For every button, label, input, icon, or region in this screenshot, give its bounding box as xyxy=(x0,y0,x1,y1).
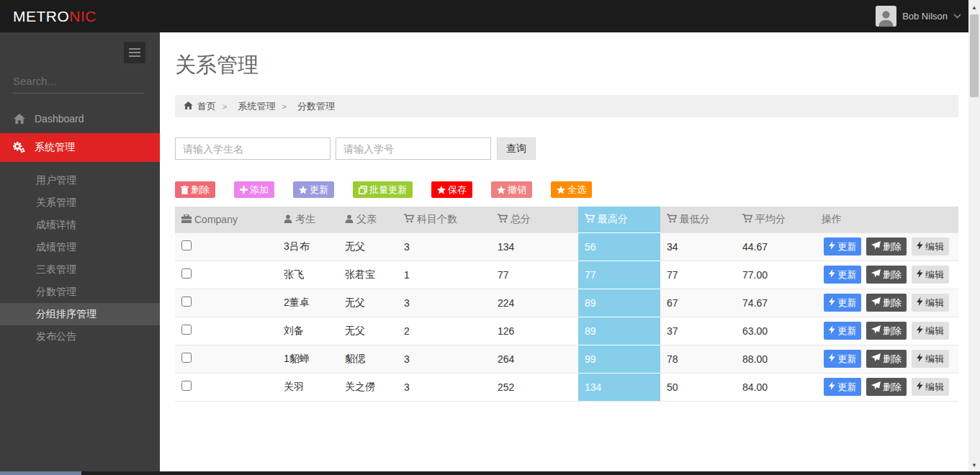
main-content: 关系管理 首页 > 系统管理 > 分数管理 查询 删除 添加 更新 批量更新 保… xyxy=(160,32,968,475)
scores-table: Company 考生 父亲 科目个数 总分 最高分 最低分 平均分 操作 3吕布… xyxy=(175,207,958,402)
scroll-down-arrow[interactable]: ▼ xyxy=(968,459,980,471)
toolbar-button[interactable]: 更新 xyxy=(293,181,334,198)
table-column-header[interactable]: 平均分 xyxy=(736,207,812,232)
sidebar-submenu-item[interactable]: 发布公告 xyxy=(0,325,160,348)
breadcrumb-item[interactable]: 首页 xyxy=(184,100,216,113)
table-column-header[interactable]: 总分 xyxy=(491,207,578,232)
toolbar-button[interactable]: 保存 xyxy=(431,181,472,198)
horizontal-scrollbar-thumb[interactable] xyxy=(0,471,81,475)
chevron-down-icon xyxy=(953,14,961,19)
breadcrumb-item[interactable]: 系统管理 xyxy=(233,100,275,113)
vertical-scrollbar[interactable]: ▲ ▼ xyxy=(968,0,980,475)
sidebar-submenu-item[interactable]: 成绩管理 xyxy=(0,236,160,258)
table-column-header[interactable]: 父亲 xyxy=(338,207,397,232)
action-toolbar: 删除 添加 更新 批量更新 保存 撤销 全选 xyxy=(175,181,958,198)
row-update-button[interactable]: 更新 xyxy=(824,238,861,255)
student-name-input[interactable] xyxy=(175,137,331,160)
row-delete-button[interactable]: 删除 xyxy=(866,266,907,284)
gears-icon xyxy=(13,142,25,153)
user-menu[interactable]: Bob Nilson xyxy=(876,0,961,32)
sidebar-item-label: Dashboard xyxy=(35,113,84,125)
table-row: 关羽 关之僗 3 252 134 50 84.00 更新 删除 编辑 xyxy=(175,373,958,401)
row-update-button[interactable]: 更新 xyxy=(824,350,861,368)
toolbar-button[interactable]: 添加 xyxy=(234,181,274,198)
table-row: 2董卓 无父 3 224 89 67 74.67 更新 删除 编辑 xyxy=(175,289,958,317)
student-no-input[interactable] xyxy=(336,137,491,160)
user-avatar xyxy=(876,6,896,27)
sidebar-submenu-item[interactable]: 成绩详情 xyxy=(0,214,160,236)
brand-logo[interactable]: METRONIC xyxy=(13,8,96,25)
sidebar-toggle-button[interactable] xyxy=(124,42,145,63)
row-edit-button[interactable]: 编辑 xyxy=(912,322,949,340)
brand-part1: METRO xyxy=(13,8,69,24)
table-column-header[interactable]: 考生 xyxy=(277,207,338,232)
toolbar-button[interactable]: 删除 xyxy=(175,181,215,198)
table-header-row: Company 考生 父亲 科目个数 总分 最高分 最低分 平均分 操作 xyxy=(175,207,958,232)
filter-bar: 查询 xyxy=(175,137,958,160)
query-button[interactable]: 查询 xyxy=(497,137,536,160)
sidebar-search-input[interactable] xyxy=(13,72,144,94)
table-column-header[interactable]: 最低分 xyxy=(660,207,736,232)
row-update-button[interactable]: 更新 xyxy=(824,266,861,284)
table-row: 张飞 张君宝 1 77 77 77 77.00 更新 删除 编辑 xyxy=(175,261,958,289)
row-checkbox[interactable] xyxy=(181,353,192,363)
row-delete-button[interactable]: 删除 xyxy=(866,294,907,312)
sidebar: Dashboard 系统管理 用户管理 关系管理 成绩详情 成绩管理 三表管理 … xyxy=(0,32,160,475)
home-icon xyxy=(13,114,25,124)
row-edit-button[interactable]: 编辑 xyxy=(912,378,949,396)
sidebar-search xyxy=(13,72,144,94)
row-checkbox[interactable] xyxy=(181,325,192,335)
table-column-header[interactable]: 科目个数 xyxy=(397,207,491,232)
row-checkbox[interactable] xyxy=(181,381,192,391)
brand-part2: NIC xyxy=(69,8,96,24)
top-bar: METRONIC Bob Nilson xyxy=(0,0,980,32)
row-update-button[interactable]: 更新 xyxy=(824,378,861,396)
page-title: 关系管理 xyxy=(175,51,958,80)
sidebar-submenu-item[interactable]: 分数管理 xyxy=(0,281,160,303)
toolbar-button[interactable]: 撤销 xyxy=(491,181,532,198)
user-name: Bob Nilson xyxy=(902,11,948,22)
table-column-header[interactable]: 最高分 xyxy=(578,207,660,232)
table-body: 3吕布 无父 3 134 56 34 44.67 更新 删除 编辑 张飞 张君宝… xyxy=(175,232,958,401)
table-column-header[interactable]: Company xyxy=(175,207,277,232)
vertical-scrollbar-thumb[interactable] xyxy=(970,14,979,97)
horizontal-scrollbar[interactable] xyxy=(0,471,980,475)
sidebar-item-system-management[interactable]: 系统管理 xyxy=(0,133,160,162)
table-column-header[interactable]: 操作 xyxy=(812,207,958,232)
sidebar-submenu-item[interactable]: 三表管理 xyxy=(0,258,160,281)
sidebar-submenu-item[interactable]: 关系管理 xyxy=(0,191,160,214)
row-edit-button[interactable]: 编辑 xyxy=(912,266,949,284)
row-edit-button[interactable]: 编辑 xyxy=(912,294,949,312)
sidebar-item-label: 系统管理 xyxy=(35,141,75,154)
row-update-button[interactable]: 更新 xyxy=(824,294,861,312)
row-update-button[interactable]: 更新 xyxy=(824,322,861,340)
row-checkbox[interactable] xyxy=(181,240,192,250)
row-delete-button[interactable]: 删除 xyxy=(866,238,907,255)
row-checkbox[interactable] xyxy=(181,268,192,279)
row-edit-button[interactable]: 编辑 xyxy=(912,350,949,368)
toolbar-button[interactable]: 批量更新 xyxy=(353,181,413,198)
sidebar-item-dashboard[interactable]: Dashboard xyxy=(0,104,160,133)
row-edit-button[interactable]: 编辑 xyxy=(912,238,949,255)
row-delete-button[interactable]: 删除 xyxy=(866,378,907,396)
breadcrumb-separator: > xyxy=(282,102,286,111)
row-checkbox[interactable] xyxy=(181,297,192,307)
toolbar-button[interactable]: 全选 xyxy=(551,181,592,198)
sidebar-menu: Dashboard 系统管理 用户管理 关系管理 成绩详情 成绩管理 三表管理 … xyxy=(0,104,160,348)
breadcrumb-separator: > xyxy=(222,102,227,111)
table-row: 刘备 无父 2 126 89 37 63.00 更新 删除 编辑 xyxy=(175,317,958,345)
row-delete-button[interactable]: 删除 xyxy=(866,350,907,368)
scroll-up-arrow[interactable]: ▲ xyxy=(968,1,980,13)
table-row: 3吕布 无父 3 134 56 34 44.67 更新 删除 编辑 xyxy=(175,232,958,261)
sidebar-submenu-item[interactable]: 用户管理 xyxy=(0,169,160,191)
breadcrumb-item[interactable]: 分数管理 xyxy=(293,100,335,113)
breadcrumb: 首页 > 系统管理 > 分数管理 xyxy=(175,95,958,117)
row-delete-button[interactable]: 删除 xyxy=(866,322,907,340)
table-row: 1貂蝉 貂偲 3 264 99 78 88.00 更新 删除 编辑 xyxy=(175,345,958,373)
sidebar-submenu: 用户管理 关系管理 成绩详情 成绩管理 三表管理 分数管理 分组排序管理 发布公… xyxy=(0,169,160,348)
sidebar-submenu-item[interactable]: 分组排序管理 xyxy=(0,303,160,325)
